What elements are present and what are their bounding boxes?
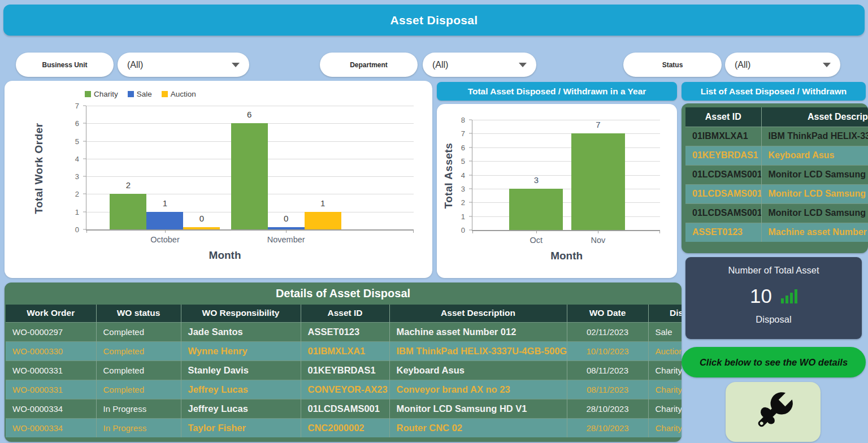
legend-swatch: [162, 91, 168, 97]
status-filter-dropdown[interactable]: (All): [725, 53, 840, 77]
asset-list-title-bar: List of Asset Disposed / Withdrawn: [682, 82, 866, 101]
y-tick-label: 4: [75, 154, 79, 163]
filter-label-text: Status: [662, 61, 683, 69]
column-header[interactable]: Asset ID: [685, 107, 761, 127]
section-title-text: Total Asset Disposed / Withdrawn in a Ye…: [468, 86, 646, 97]
bar-value-label: 7: [596, 120, 600, 129]
gridline: [472, 216, 660, 217]
table-cell: Sale: [648, 322, 682, 341]
y-tick-label: 2: [461, 198, 465, 207]
table-cell: Taylor Fisher: [181, 418, 301, 437]
table-cell: 28/10/2023: [567, 399, 648, 418]
work-order-bar-chart: 210October601November: [86, 106, 414, 231]
filter-label-text: Business Unit: [42, 61, 87, 69]
table-cell: Stanley Davis: [181, 361, 301, 380]
legend-item-charity[interactable]: Charity: [85, 90, 118, 98]
wo-details-cta-button[interactable]: Click below to see the WO details: [682, 347, 866, 377]
column-header[interactable]: Asset Description: [761, 107, 868, 127]
table-cell: Charity: [648, 380, 682, 399]
column-header[interactable]: WO status: [96, 305, 181, 322]
wo-details-tool-button[interactable]: [726, 382, 821, 442]
filter-selected-value: (All): [127, 60, 143, 70]
total-asset-chart-card: Total Assets 012345678 3Oct7Nov Month: [437, 104, 677, 278]
y-tick-label: 7: [75, 102, 79, 110]
business-unit-filter-label: Business Unit: [16, 53, 114, 77]
gridline: [86, 106, 414, 106]
summary-card-title: Number of Total Asset: [728, 265, 819, 276]
column-header[interactable]: Work Order: [6, 305, 96, 322]
table-row[interactable]: WO-0000334In ProgressTaylor FisherCNC200…: [6, 418, 682, 437]
work-order-chart-card: CharitySaleAuction Total Work Order 0123…: [5, 81, 432, 278]
column-header[interactable]: Asset Description: [389, 305, 567, 322]
table-row[interactable]: ASSET0123Machine asset Number 012: [685, 223, 868, 242]
cta-label: Click below to see the WO details: [700, 357, 848, 368]
table-row[interactable]: WO-0000331CompletedStanley Davis01KEYBRD…: [6, 361, 682, 380]
summary-card-value: 10: [750, 285, 772, 307]
table-row[interactable]: 01LCDSAMS001Monitor LCD Samsung HD V1: [685, 203, 868, 223]
table-cell: Monitor LCD Samsung HD V1: [761, 165, 868, 184]
y-tick-label: 8: [461, 116, 465, 124]
legend-item-sale[interactable]: Sale: [128, 90, 152, 98]
table-cell: ASSET0123: [685, 223, 761, 242]
table-cell: Jade Santos: [181, 322, 301, 341]
table-row[interactable]: 01LCDSAMS001Monitor LCD Samsung HD V1: [685, 165, 868, 184]
column-header[interactable]: WO Date: [567, 305, 648, 322]
table-row[interactable]: WO-0000331CompletedJeffrey LucasCONVEYOR…: [6, 380, 682, 399]
table-row[interactable]: 01KEYBRDAS1Keyboard Asus: [685, 146, 868, 165]
department-filter-dropdown[interactable]: (All): [423, 53, 536, 77]
column-header[interactable]: WO Responsibility: [181, 305, 301, 322]
bar-value-label: 0: [284, 214, 288, 223]
table-row[interactable]: 01LCDSAMS001Monitor LCD Samsung HD V1: [685, 184, 868, 203]
legend-item-auction[interactable]: Auction: [162, 90, 196, 98]
status-filter-label: Status: [623, 53, 722, 77]
table-cell: 01LCDSAMS001: [685, 165, 761, 184]
table-cell: WO-0000331: [6, 380, 96, 399]
filter-label-text: Department: [350, 61, 388, 69]
table-cell: In Progress: [96, 399, 181, 418]
chevron-down-icon: [519, 63, 527, 67]
y-tick-label: 5: [461, 157, 465, 166]
bar-november-auction[interactable]: [305, 212, 341, 229]
table-cell: WO-0000297: [6, 322, 96, 341]
table-cell: 01LCDSAMS001: [301, 399, 389, 418]
table-cell: 08/11/2023: [567, 380, 648, 399]
y-tick-label: 1: [75, 207, 79, 216]
legend-label: Sale: [137, 90, 152, 98]
table-row[interactable]: 01IBMXLXA1IBM ThinkPad HELIX-3337U-4GB-5…: [685, 127, 868, 146]
y-tick-label: 6: [75, 119, 79, 128]
x-tick-label: Oct: [530, 236, 543, 245]
y-tick-label: 1: [461, 212, 465, 220]
table-cell: In Progress: [96, 418, 181, 437]
y-tick-label: 7: [461, 129, 465, 138]
legend-label: Charity: [94, 90, 118, 98]
department-filter-label: Department: [320, 53, 418, 77]
table-cell: 01IBMXLXA1: [301, 341, 389, 361]
bar-value-label: 1: [163, 198, 167, 208]
column-header[interactable]: Disposal Method: [648, 305, 682, 322]
table-cell: Conveyor brand AX no 23: [389, 380, 567, 399]
bar-chart-icon: [781, 289, 797, 303]
column-header[interactable]: Asset ID: [301, 305, 389, 322]
table-row[interactable]: WO-0000297CompletedJade SantosASSET0123M…: [6, 322, 682, 341]
table-cell: Monitor LCD Samsung HD V1: [389, 399, 567, 418]
table-cell: WO-0000334: [6, 399, 96, 418]
table-cell: ASSET0123: [301, 322, 389, 341]
table-row[interactable]: WO-0000330CompletedWynne Henry01IBMXLXA1…: [6, 341, 682, 361]
bar-november-charity[interactable]: [231, 123, 268, 229]
bar-oct-total-assets[interactable]: [509, 189, 563, 230]
gridline: [472, 161, 660, 162]
table-cell: CONVEYOR-AX23: [301, 380, 389, 399]
bar-value-label: 2: [126, 180, 131, 190]
chart-legend: CharitySaleAuction: [85, 90, 196, 98]
asset-list-panel: Asset IDAsset Description01IBMXLXA1IBM T…: [682, 103, 868, 253]
bar-october-auction[interactable]: [183, 227, 220, 229]
bar-october-sale[interactable]: [146, 212, 183, 229]
business-unit-filter-dropdown[interactable]: (All): [118, 53, 249, 77]
table-cell: WO-0000334: [6, 418, 96, 437]
bar-nov-total-assets[interactable]: [571, 133, 625, 230]
total-asset-chart-title-bar: Total Asset Disposed / Withdrawn in a Ye…: [437, 82, 677, 101]
table-cell: Charity: [648, 361, 682, 380]
table-row[interactable]: WO-0000334In ProgressJeffrey Lucas01LCDS…: [6, 399, 682, 418]
bar-october-charity[interactable]: [110, 194, 146, 229]
total-asset-summary-card: Number of Total Asset 10 Disposal: [685, 257, 862, 339]
